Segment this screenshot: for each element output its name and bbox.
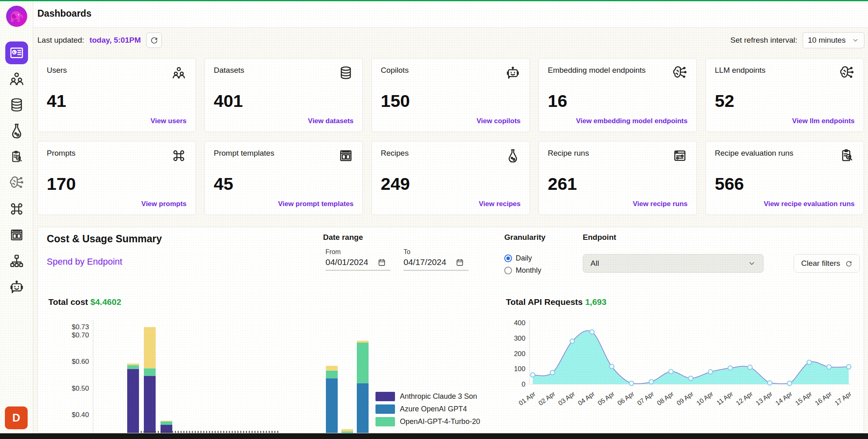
flask-icon	[8, 122, 25, 139]
svg-text:11 Apr: 11 Apr	[715, 390, 734, 406]
refresh-button[interactable]	[146, 33, 162, 48]
card-value: 261	[548, 174, 688, 194]
sidebar-item-prompts[interactable]	[5, 198, 28, 220]
card-value: 249	[381, 174, 521, 194]
card-title: Prompt templates	[214, 149, 274, 158]
refresh-icon	[150, 36, 158, 45]
spend-by-endpoint-link[interactable]: Spend by Endpoint	[47, 256, 122, 267]
view-recipe-runs-link[interactable]: View recipe runs	[633, 200, 688, 208]
page-header: Dashboards	[33, 0, 868, 28]
sitemap-icon	[9, 253, 25, 269]
legend-label: Azure OpenAI GPT4	[400, 405, 467, 413]
view-copilots-link[interactable]: View copilots	[477, 117, 521, 125]
radio-selected	[504, 254, 512, 262]
clear-filters-button[interactable]: Clear filters	[794, 254, 860, 273]
calendar-icon[interactable]	[378, 258, 386, 267]
spend-by-endpoint-bar-chart: $0.73$0.70$0.60$0.50$0.40	[57, 314, 407, 433]
chart-title-text: Total cost	[48, 297, 88, 306]
view-prompts-link[interactable]: View prompts	[141, 200, 187, 208]
template-icon	[9, 227, 24, 243]
stat-card-embedding-endpoints: Embedding model endpoints 16 View embedd…	[538, 58, 697, 132]
card-title: Recipe runs	[548, 149, 589, 158]
svg-text:300: 300	[514, 335, 525, 342]
view-llm-endpoints-link[interactable]: View llm endpoints	[792, 117, 855, 125]
sidebar-item-recipe-evaluations[interactable]	[5, 146, 28, 168]
granularity-daily-option[interactable]: Daily	[504, 254, 532, 263]
sidebar-item-model-endpoints[interactable]	[5, 172, 28, 194]
view-datasets-link[interactable]: View datasets	[308, 117, 354, 125]
sidebar-item-dashboards[interactable]	[5, 41, 28, 64]
svg-text:0: 0	[522, 380, 525, 388]
card-value: 41	[47, 91, 187, 111]
clipboard-check-icon	[9, 150, 24, 164]
svg-text:03 Apr: 03 Apr	[557, 390, 577, 406]
command-icon	[9, 201, 25, 217]
sidebar-item-workflows[interactable]	[5, 250, 28, 272]
app-logo[interactable]	[5, 5, 28, 29]
legend-item: Azure OpenAI GPT4	[375, 404, 480, 414]
granularity-label: Granularity	[504, 233, 545, 242]
sidebar-item-recipes[interactable]	[5, 120, 28, 142]
card-value: 566	[715, 174, 855, 194]
command-icon	[171, 148, 187, 165]
granularity-monthly-option[interactable]: Monthly	[504, 266, 541, 275]
card-title: Recipes	[381, 149, 409, 158]
card-title: Datasets	[214, 66, 244, 75]
view-users-link[interactable]: View users	[150, 117, 187, 125]
svg-text:$0.73: $0.73	[72, 323, 89, 331]
sidebar-nav	[5, 41, 28, 302]
svg-text:$0.50: $0.50	[72, 385, 89, 392]
sidebar-item-prompt-templates[interactable]	[5, 224, 28, 246]
recording-border-bottom	[0, 433, 868, 439]
card-value: 52	[715, 91, 855, 111]
radio-label: Monthly	[516, 266, 541, 275]
card-title: Copilots	[381, 66, 409, 75]
svg-text:08 Apr: 08 Apr	[656, 390, 675, 406]
sidebar-item-copilots[interactable]	[5, 276, 28, 298]
sidebar: D	[0, 0, 33, 433]
sidebar-item-users[interactable]	[5, 67, 28, 90]
date-to-input[interactable]	[404, 257, 451, 267]
chart-title-text: Total API Requests	[506, 297, 583, 306]
legend-item: Anthropic Claude 3 Son	[375, 391, 480, 401]
flask-icon	[505, 148, 521, 165]
database-icon	[9, 97, 25, 113]
view-prompt-templates-link[interactable]: View prompt templates	[278, 200, 354, 208]
svg-text:$0.40: $0.40	[72, 411, 89, 419]
to-label: To	[404, 248, 410, 255]
svg-text:15 Apr: 15 Apr	[794, 390, 814, 406]
card-value: 45	[214, 174, 354, 194]
brain-circuit-icon	[839, 65, 855, 82]
calendar-icon[interactable]	[456, 258, 464, 267]
elephant-logo-icon	[5, 5, 28, 28]
date-from-input[interactable]	[326, 257, 373, 267]
legend-label: OpenAI-GPT-4-Turbo-20	[400, 417, 480, 426]
card-title: Recipe evaluation runs	[715, 149, 793, 158]
users-icon	[8, 70, 25, 87]
template-icon	[338, 148, 354, 165]
view-recipe-evaluation-runs-link[interactable]: View recipe evaluation runs	[764, 200, 855, 208]
total-api-requests-title: Total API Requests 1,693	[506, 297, 606, 307]
user-avatar[interactable]: D	[5, 406, 28, 429]
refresh-interval-value: 10 minutes	[808, 36, 846, 45]
svg-text:16 Apr: 16 Apr	[814, 390, 833, 406]
endpoint-select[interactable]: All	[583, 254, 764, 273]
date-to-group: To	[404, 248, 473, 271]
view-embedding-endpoints-link[interactable]: View embedding model endpoints	[576, 117, 688, 125]
view-recipes-link[interactable]: View recipes	[479, 200, 521, 208]
users-icon	[171, 65, 187, 82]
svg-text:17 Apr: 17 Apr	[833, 390, 853, 406]
sidebar-item-datasets[interactable]	[5, 93, 28, 116]
radio-label: Daily	[516, 254, 532, 263]
refresh-interval-select[interactable]: 10 minutes	[803, 32, 864, 48]
endpoint-label: Endpoint	[583, 233, 616, 242]
stat-cards: Users 41 View users Datasets 401 View da…	[33, 53, 868, 215]
card-value: 401	[214, 91, 354, 111]
svg-text:06 Apr: 06 Apr	[616, 390, 636, 406]
stat-card-copilots: Copilots 150 View copilots	[371, 58, 530, 132]
toolbar: Last updated: today, 5:01PM Set refresh …	[33, 28, 868, 53]
svg-text:13 Apr: 13 Apr	[755, 390, 774, 406]
stat-card-users: Users 41 View users	[37, 58, 196, 132]
page-title: Dashboards	[37, 8, 91, 19]
robot-icon	[505, 65, 521, 82]
